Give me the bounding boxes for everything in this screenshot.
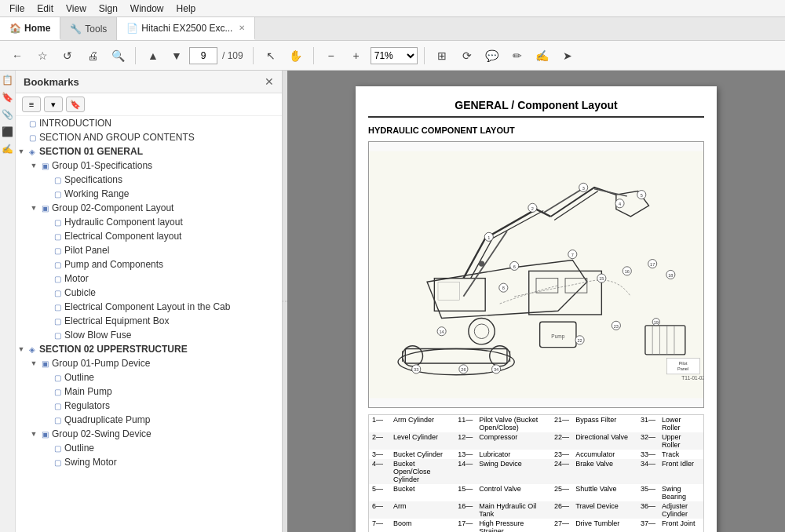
tree-item-quadruplicate[interactable]: ▢Quadruplicate Pump (16, 413, 282, 427)
tree-item-specifications[interactable]: ▢Specifications (16, 173, 282, 187)
tree-item-hydraulic-layout[interactable]: ▢Hydraulic Component layout (16, 215, 282, 229)
rotate-view-button[interactable]: ⟳ (456, 46, 478, 66)
menu-help[interactable]: Help (170, 2, 203, 16)
sidebar-header: Bookmarks ✕ (16, 71, 282, 93)
sign-button[interactable]: ✍ (531, 46, 553, 66)
menu-window[interactable]: Window (124, 2, 170, 16)
search-button[interactable]: 🔍 (107, 46, 129, 66)
comment-button[interactable]: 💬 (481, 46, 503, 66)
legend-row: 7— Boom 17— High Pressure Strainer 27— D… (369, 519, 703, 532)
legend-row: 6— Arm 16— Main Hydraulic Oil Tank 26— T… (369, 501, 703, 519)
legend-num: 7— (369, 519, 390, 532)
annotation-icon[interactable]: 📎 (2, 108, 14, 121)
sep3 (313, 47, 314, 64)
sidebar-close-button[interactable]: ✕ (265, 75, 274, 88)
tree-item-regulators[interactable]: ▢Regulators (16, 399, 282, 413)
tree-item-electrical-layout[interactable]: ▢Electrical Component layout (16, 229, 282, 243)
layers-icon[interactable]: ⬛ (2, 126, 14, 138)
zoom-in-button[interactable]: + (345, 46, 367, 66)
tree-label: Electrical Component Layout in the Cab (64, 301, 230, 312)
menu-bar: File Edit View Sign Window Help (0, 0, 785, 17)
tree-item-group02-swing[interactable]: ▼▣Group 02-Swing Device (16, 427, 282, 441)
options-button[interactable]: ▾ (44, 97, 63, 112)
tree-arrow: ▼ (16, 148, 27, 155)
item-icon: ▢ (52, 289, 63, 297)
tree-item-outline2[interactable]: ▢Outline (16, 441, 282, 455)
tree-item-section01[interactable]: ▼◈SECTION 01 GENERAL (16, 144, 282, 159)
legend-num4: 36— (637, 501, 659, 519)
zoom-select[interactable]: 71% 50% 100% 150% (371, 47, 418, 64)
tree-item-pump-components[interactable]: ▢Pump and Components (16, 257, 282, 271)
tree-item-main-pump[interactable]: ▢Main Pump (16, 384, 282, 399)
tree-item-swing-motor[interactable]: ▢Swing Motor (16, 455, 282, 469)
action-button[interactable]: ➤ (557, 46, 579, 66)
tab-tools[interactable]: 🔧 Tools (60, 17, 117, 40)
tree-item-elec-box[interactable]: ▢Electrical Equipment Box (16, 314, 282, 328)
legend-num: 6— (369, 501, 390, 519)
page-number-input[interactable] (189, 47, 217, 64)
highlight-button[interactable]: ✏ (506, 46, 528, 66)
tree-item-pilot-panel[interactable]: ▢Pilot Panel (16, 243, 282, 257)
legend-num2: 17— (455, 519, 476, 532)
tree-item-slow-fuse[interactable]: ▢Slow Blow Fuse (16, 328, 282, 342)
main-layout: 📋 🔖 📎 ⬛ ✍ Bookmarks ✕ ≡ ▾ 🔖 ▢INTRODUCTIO… (0, 71, 785, 532)
tree-item-outline[interactable]: ▢Outline (16, 370, 282, 384)
page-thumbnail-icon[interactable]: 📋 (2, 74, 14, 86)
tree-item-cubicle[interactable]: ▢Cubicle (16, 286, 282, 300)
prev-page-button[interactable]: ▲ (142, 46, 164, 66)
legend-num: 1— (369, 415, 390, 432)
pdf-viewer-area[interactable]: GENERAL / Component Layout HYDRAULIC COM… (287, 71, 785, 532)
bookmark-panel-icon[interactable]: 🔖 (2, 91, 14, 104)
legend-label4: Front Joint (659, 519, 703, 532)
menu-sign[interactable]: Sign (93, 2, 124, 16)
rotate-button[interactable]: ↺ (57, 46, 78, 66)
zoom-out-button[interactable]: − (320, 46, 342, 66)
tree-item-intro[interactable]: ▢INTRODUCTION (16, 116, 282, 130)
menu-edit[interactable]: Edit (31, 2, 60, 16)
legend-num2: 12— (455, 432, 476, 450)
tree-item-group01[interactable]: ▼▣Group 01-Specifications (16, 159, 282, 173)
svg-text:34: 34 (494, 367, 498, 372)
menu-file[interactable]: File (3, 2, 31, 16)
svg-text:4: 4 (619, 202, 621, 206)
hand-tool-button[interactable]: ✋ (285, 46, 307, 66)
group-icon: ▣ (39, 204, 50, 213)
cursor-tool-button[interactable]: ↖ (260, 46, 282, 66)
back-button[interactable]: ← (6, 46, 28, 66)
bookmark-add-button[interactable]: 🔖 (66, 97, 85, 112)
tree-item-group02[interactable]: ▼▣Group 02-Component Layout (16, 201, 282, 215)
item-icon: ▢ (52, 232, 63, 241)
item-icon: ▢ (52, 416, 63, 425)
svg-text:8: 8 (502, 286, 505, 290)
tab-document[interactable]: 📄 Hitachi EX2500 Exc... ✕ (117, 17, 255, 40)
tab-close-button[interactable]: ✕ (239, 24, 245, 32)
expand-all-button[interactable]: ≡ (22, 97, 41, 112)
tab-home[interactable]: 🏠 Home (0, 17, 60, 40)
legend-label4: Adjuster Cylinder (659, 501, 703, 519)
fit-page-button[interactable]: ⊞ (431, 46, 453, 66)
tree-label: Slow Blow Fuse (64, 330, 131, 341)
svg-text:19: 19 (654, 320, 659, 325)
bookmark-button[interactable]: ☆ (31, 46, 53, 66)
tree-item-working-range[interactable]: ▢Working Range (16, 187, 282, 201)
print-button[interactable]: 🖨 (82, 46, 104, 66)
tree-arrow: ▼ (28, 162, 39, 169)
signature-icon[interactable]: ✍ (2, 143, 14, 155)
item-icon: ▢ (27, 133, 38, 142)
tree-item-section-group[interactable]: ▢SECTION AND GROUP CONTENTS (16, 130, 282, 144)
tree-item-elec-cab[interactable]: ▢Electrical Component Layout in the Cab (16, 300, 282, 314)
svg-text:15: 15 (599, 276, 604, 281)
tree-label: Group 01-Specifications (52, 160, 152, 171)
legend-label4: Swing Bearing (659, 484, 703, 501)
tree-label: Electrical Component layout (64, 231, 181, 242)
svg-text:T11-01-02-01: T11-01-02-01 (681, 375, 703, 381)
tree-item-group01-pump[interactable]: ▼▣Group 01-Pump Device (16, 356, 282, 370)
tree-label: Quadruplicate Pump (64, 414, 150, 425)
sep4 (424, 47, 425, 64)
tree-item-section02[interactable]: ▼◈SECTION 02 UPPERSTRUCTURE (16, 342, 282, 356)
pdf-page: GENERAL / Component Layout HYDRAULIC COM… (356, 86, 717, 532)
menu-view[interactable]: View (60, 2, 93, 16)
tree-item-motor[interactable]: ▢Motor (16, 271, 282, 286)
next-page-button[interactable]: ▼ (166, 46, 188, 66)
legend-num2: 14— (455, 459, 476, 484)
